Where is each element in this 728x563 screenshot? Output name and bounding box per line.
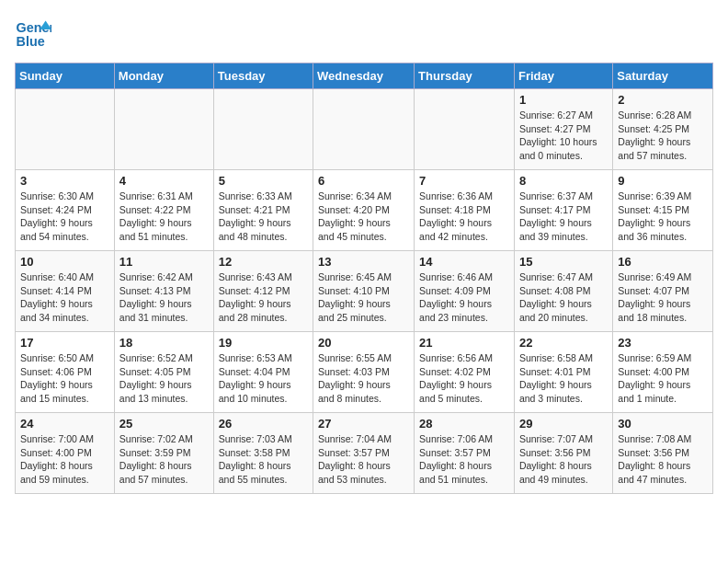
calendar-day-cell: 26Sunrise: 7:03 AM Sunset: 3:58 PM Dayli… (213, 413, 313, 494)
day-info: Sunrise: 6:59 AM Sunset: 4:00 PM Dayligh… (618, 351, 708, 406)
calendar-table: SundayMondayTuesdayWednesdayThursdayFrid… (15, 63, 713, 494)
day-number: 9 (618, 174, 708, 188)
svg-text:Blue: Blue (17, 34, 45, 49)
weekday-header-cell: Thursday (415, 63, 515, 89)
calendar-day-cell: 24Sunrise: 7:00 AM Sunset: 4:00 PM Dayli… (16, 413, 115, 494)
day-number: 12 (219, 255, 308, 269)
day-number: 25 (119, 417, 209, 431)
day-info: Sunrise: 6:40 AM Sunset: 4:14 PM Dayligh… (20, 270, 109, 325)
logo-icon: General Blue (15, 15, 51, 52)
calendar-week-row: 24Sunrise: 7:00 AM Sunset: 4:00 PM Dayli… (16, 413, 713, 494)
day-number: 5 (219, 174, 308, 188)
calendar-week-row: 10Sunrise: 6:40 AM Sunset: 4:14 PM Dayli… (16, 251, 713, 332)
day-info: Sunrise: 6:55 AM Sunset: 4:03 PM Dayligh… (318, 351, 409, 406)
calendar-day-cell: 18Sunrise: 6:52 AM Sunset: 4:05 PM Dayli… (114, 332, 213, 413)
day-number: 3 (20, 174, 109, 188)
calendar-day-cell: 2Sunrise: 6:28 AM Sunset: 4:25 PM Daylig… (613, 89, 713, 170)
calendar-day-cell: 5Sunrise: 6:33 AM Sunset: 4:21 PM Daylig… (213, 170, 313, 251)
day-number: 1 (519, 93, 608, 107)
day-number: 16 (618, 255, 708, 269)
calendar-day-cell: 7Sunrise: 6:36 AM Sunset: 4:18 PM Daylig… (415, 170, 515, 251)
weekday-header-cell: Wednesday (313, 63, 415, 89)
day-number: 2 (618, 93, 708, 107)
calendar-day-cell: 22Sunrise: 6:58 AM Sunset: 4:01 PM Dayli… (514, 332, 612, 413)
calendar-day-cell: 4Sunrise: 6:31 AM Sunset: 4:22 PM Daylig… (114, 170, 213, 251)
day-number: 13 (318, 255, 409, 269)
day-number: 24 (20, 417, 109, 431)
day-info: Sunrise: 6:36 AM Sunset: 4:18 PM Dayligh… (419, 190, 509, 244)
weekday-header-cell: Friday (514, 63, 612, 89)
day-number: 28 (419, 417, 509, 431)
calendar-day-cell: 11Sunrise: 6:42 AM Sunset: 4:13 PM Dayli… (114, 251, 213, 332)
day-number: 15 (519, 255, 608, 269)
calendar-day-cell: 17Sunrise: 6:50 AM Sunset: 4:06 PM Dayli… (16, 332, 115, 413)
calendar-day-cell: 14Sunrise: 6:46 AM Sunset: 4:09 PM Dayli… (415, 251, 515, 332)
calendar-day-cell (16, 89, 115, 170)
day-info: Sunrise: 7:04 AM Sunset: 3:57 PM Dayligh… (318, 432, 409, 487)
calendar-day-cell (213, 89, 313, 170)
day-info: Sunrise: 6:53 AM Sunset: 4:04 PM Dayligh… (219, 351, 308, 406)
day-number: 21 (419, 336, 509, 350)
calendar-day-cell: 10Sunrise: 6:40 AM Sunset: 4:14 PM Dayli… (16, 251, 115, 332)
calendar-day-cell: 12Sunrise: 6:43 AM Sunset: 4:12 PM Dayli… (213, 251, 313, 332)
day-info: Sunrise: 6:58 AM Sunset: 4:01 PM Dayligh… (519, 351, 608, 406)
day-info: Sunrise: 7:07 AM Sunset: 3:56 PM Dayligh… (519, 432, 608, 487)
calendar-day-cell (415, 89, 515, 170)
day-info: Sunrise: 6:49 AM Sunset: 4:07 PM Dayligh… (618, 270, 708, 325)
day-number: 27 (318, 417, 409, 431)
day-number: 30 (618, 417, 708, 431)
calendar-day-cell: 9Sunrise: 6:39 AM Sunset: 4:15 PM Daylig… (613, 170, 713, 251)
calendar-day-cell: 13Sunrise: 6:45 AM Sunset: 4:10 PM Dayli… (313, 251, 415, 332)
calendar-day-cell: 29Sunrise: 7:07 AM Sunset: 3:56 PM Dayli… (514, 413, 612, 494)
calendar-day-cell: 19Sunrise: 6:53 AM Sunset: 4:04 PM Dayli… (213, 332, 313, 413)
day-number: 4 (119, 174, 209, 188)
day-info: Sunrise: 6:46 AM Sunset: 4:09 PM Dayligh… (419, 270, 509, 325)
calendar-week-row: 1Sunrise: 6:27 AM Sunset: 4:27 PM Daylig… (16, 89, 713, 170)
day-info: Sunrise: 6:43 AM Sunset: 4:12 PM Dayligh… (219, 270, 308, 325)
day-info: Sunrise: 6:47 AM Sunset: 4:08 PM Dayligh… (519, 270, 608, 325)
logo: General Blue (15, 15, 51, 52)
weekday-header-cell: Sunday (16, 63, 115, 89)
calendar-day-cell: 23Sunrise: 6:59 AM Sunset: 4:00 PM Dayli… (613, 332, 713, 413)
day-number: 6 (318, 174, 409, 188)
weekday-header-row: SundayMondayTuesdayWednesdayThursdayFrid… (16, 63, 713, 89)
calendar-day-cell: 27Sunrise: 7:04 AM Sunset: 3:57 PM Dayli… (313, 413, 415, 494)
day-info: Sunrise: 6:31 AM Sunset: 4:22 PM Dayligh… (119, 190, 209, 244)
day-number: 18 (119, 336, 209, 350)
day-info: Sunrise: 6:27 AM Sunset: 4:27 PM Dayligh… (519, 109, 608, 163)
day-info: Sunrise: 6:52 AM Sunset: 4:05 PM Dayligh… (119, 351, 209, 406)
calendar-day-cell: 3Sunrise: 6:30 AM Sunset: 4:24 PM Daylig… (16, 170, 115, 251)
day-info: Sunrise: 6:33 AM Sunset: 4:21 PM Dayligh… (219, 190, 308, 244)
header: General Blue (15, 15, 713, 52)
calendar-day-cell: 20Sunrise: 6:55 AM Sunset: 4:03 PM Dayli… (313, 332, 415, 413)
calendar-day-cell: 8Sunrise: 6:37 AM Sunset: 4:17 PM Daylig… (514, 170, 612, 251)
calendar-day-cell: 6Sunrise: 6:34 AM Sunset: 4:20 PM Daylig… (313, 170, 415, 251)
day-number: 10 (20, 255, 109, 269)
day-number: 22 (519, 336, 608, 350)
day-info: Sunrise: 6:42 AM Sunset: 4:13 PM Dayligh… (119, 270, 209, 325)
calendar-day-cell: 16Sunrise: 6:49 AM Sunset: 4:07 PM Dayli… (613, 251, 713, 332)
day-number: 23 (618, 336, 708, 350)
day-info: Sunrise: 7:06 AM Sunset: 3:57 PM Dayligh… (419, 432, 509, 487)
day-number: 11 (119, 255, 209, 269)
calendar-day-cell: 15Sunrise: 6:47 AM Sunset: 4:08 PM Dayli… (514, 251, 612, 332)
calendar-week-row: 3Sunrise: 6:30 AM Sunset: 4:24 PM Daylig… (16, 170, 713, 251)
day-number: 20 (318, 336, 409, 350)
day-info: Sunrise: 6:37 AM Sunset: 4:17 PM Dayligh… (519, 190, 608, 244)
day-number: 29 (519, 417, 608, 431)
calendar-day-cell: 30Sunrise: 7:08 AM Sunset: 3:56 PM Dayli… (613, 413, 713, 494)
day-info: Sunrise: 7:02 AM Sunset: 3:59 PM Dayligh… (119, 432, 209, 487)
weekday-header-cell: Tuesday (213, 63, 313, 89)
weekday-header-cell: Saturday (613, 63, 713, 89)
weekday-header-cell: Monday (114, 63, 213, 89)
calendar-week-row: 17Sunrise: 6:50 AM Sunset: 4:06 PM Dayli… (16, 332, 713, 413)
day-info: Sunrise: 6:56 AM Sunset: 4:02 PM Dayligh… (419, 351, 509, 406)
day-number: 17 (20, 336, 109, 350)
day-info: Sunrise: 6:28 AM Sunset: 4:25 PM Dayligh… (618, 109, 708, 163)
calendar-day-cell: 28Sunrise: 7:06 AM Sunset: 3:57 PM Dayli… (415, 413, 515, 494)
day-info: Sunrise: 6:30 AM Sunset: 4:24 PM Dayligh… (20, 190, 109, 244)
calendar-body: 1Sunrise: 6:27 AM Sunset: 4:27 PM Daylig… (16, 89, 713, 494)
day-number: 8 (519, 174, 608, 188)
day-info: Sunrise: 6:50 AM Sunset: 4:06 PM Dayligh… (20, 351, 109, 406)
day-info: Sunrise: 6:34 AM Sunset: 4:20 PM Dayligh… (318, 190, 409, 244)
